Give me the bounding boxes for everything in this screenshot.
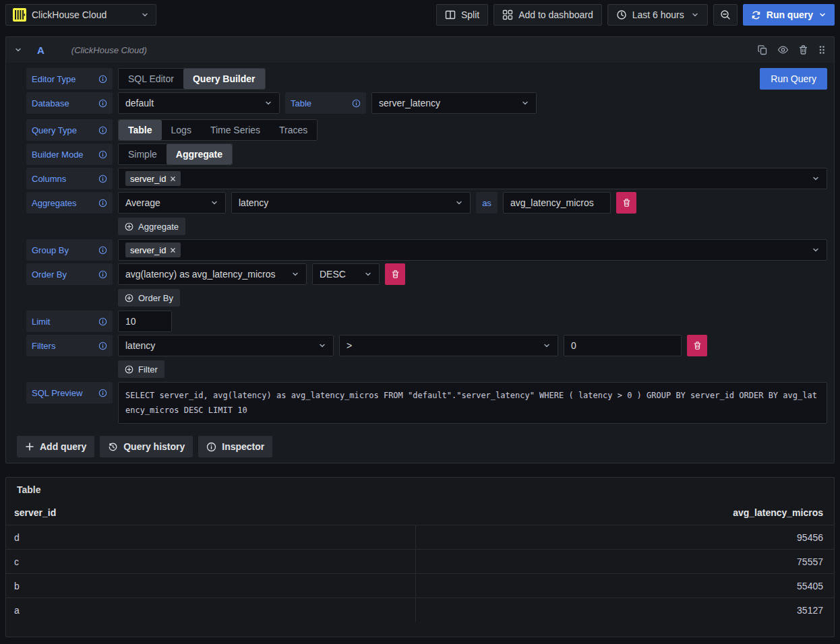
add-aggregate-button[interactable]: Aggregate: [118, 218, 185, 235]
chevron-down-icon: [291, 270, 299, 278]
info-icon: [98, 75, 107, 84]
filter-column-select[interactable]: latency: [118, 335, 334, 356]
info-icon: [98, 270, 107, 279]
info-icon: [98, 126, 107, 135]
cell-avg-latency: 95456: [416, 525, 834, 549]
limit-row: Limit: [26, 311, 827, 332]
filter-operator-select[interactable]: >: [339, 335, 558, 356]
group-by-row: Group By server_id: [26, 239, 827, 261]
drag-handle-icon[interactable]: [818, 44, 826, 55]
aggregate-function-select[interactable]: Average: [118, 192, 226, 214]
trash-icon: [693, 341, 702, 350]
field-label-sql-preview: SQL Preview: [26, 382, 113, 404]
remove-filter-button[interactable]: [687, 335, 707, 356]
chevron-down-icon: [812, 174, 820, 183]
builder-mode-option-aggregate[interactable]: Aggregate: [167, 144, 232, 164]
add-filter-button[interactable]: Filter: [118, 360, 164, 378]
panel-title[interactable]: Table: [6, 478, 834, 498]
split-button[interactable]: Split: [436, 4, 488, 26]
field-label-order-by: Order By: [26, 263, 113, 285]
info-circle-icon: [206, 442, 216, 452]
cell-avg-latency: 35127: [416, 598, 834, 622]
editor-type-option-query-builder[interactable]: Query Builder: [183, 69, 265, 89]
history-icon: [108, 442, 118, 452]
table-row: c 75557: [6, 549, 834, 573]
columns-row: Columns server_id: [26, 168, 827, 189]
order-by-direction-select[interactable]: DESC: [312, 263, 380, 285]
aggregate-alias-input[interactable]: [503, 192, 611, 214]
datasource-name: ClickHouse Cloud: [32, 9, 107, 20]
column-header-server-id[interactable]: server_id: [14, 507, 56, 518]
run-query-button[interactable]: Run query: [743, 4, 835, 26]
run-query-panel-button[interactable]: Run Query: [760, 68, 827, 90]
editor-type-option-sql-editor[interactable]: SQL Editor: [119, 69, 183, 89]
plus-circle-icon: [125, 294, 133, 302]
explore-toolbar: ClickHouse Cloud Split Add to dashboard: [0, 0, 840, 26]
query-type-option-traces[interactable]: Traces: [270, 120, 317, 140]
limit-input[interactable]: [118, 311, 172, 332]
column-header-avg-latency[interactable]: avg_latency_micros: [733, 507, 823, 518]
add-to-dashboard-label: Add to dashboard: [518, 9, 593, 20]
group-by-tag-server-id[interactable]: server_id: [125, 243, 181, 257]
group-by-multiselect[interactable]: server_id: [118, 239, 827, 261]
aggregates-row: Aggregates Average latency as: [26, 192, 827, 214]
chevron-down-icon: [455, 199, 463, 207]
field-label-columns: Columns: [26, 168, 113, 189]
info-icon: [352, 99, 361, 108]
plus-icon: [25, 442, 34, 451]
chevron-down-icon: [364, 270, 372, 278]
chevron-down-icon: [812, 246, 820, 254]
run-query-label: Run query: [767, 9, 813, 20]
sql-preview-text: SELECT server_id, avg(latency) as avg_la…: [118, 382, 827, 424]
table-row: d 95456: [6, 525, 834, 549]
remove-order-by-button[interactable]: [385, 263, 405, 285]
clickhouse-logo-icon: [13, 8, 26, 22]
split-label: Split: [461, 9, 479, 20]
query-footer-actions: Add query Query history Inspector: [11, 424, 827, 463]
field-label-table: Table: [285, 92, 366, 114]
duplicate-query-icon[interactable]: [757, 44, 768, 55]
collapse-chevron-icon[interactable]: [14, 46, 22, 54]
datasource-picker[interactable]: ClickHouse Cloud: [5, 4, 156, 26]
delete-query-icon[interactable]: [798, 44, 808, 55]
remove-tag-icon[interactable]: [170, 176, 176, 182]
query-type-toggle: Table Logs Time Series Traces: [118, 119, 318, 141]
chevron-down-icon: [543, 342, 551, 350]
add-order-by-button[interactable]: Order By: [118, 289, 180, 307]
info-icon: [98, 342, 107, 350]
zoom-out-time-button[interactable]: [713, 4, 738, 26]
dashboard-grid-icon: [502, 9, 513, 20]
cell-server-id: b: [6, 574, 416, 598]
chevron-down-icon: [318, 342, 326, 350]
columns-multiselect[interactable]: server_id: [118, 168, 827, 189]
add-to-dashboard-button[interactable]: Add to dashboard: [493, 4, 602, 26]
table-select[interactable]: server_latency: [371, 92, 537, 114]
database-select[interactable]: default: [118, 92, 280, 114]
info-icon: [98, 174, 107, 183]
query-type-option-time-series[interactable]: Time Series: [201, 120, 270, 140]
filter-value-input[interactable]: [564, 335, 682, 356]
query-row-header[interactable]: A (ClickHouse Cloud): [6, 37, 834, 63]
order-by-column-select[interactable]: avg(latency) as avg_latency_micros: [118, 263, 307, 285]
aggregate-column-select[interactable]: latency: [231, 192, 471, 214]
query-type-option-logs[interactable]: Logs: [162, 120, 201, 140]
editor-type-toggle: SQL Editor Query Builder: [118, 68, 266, 90]
add-query-button[interactable]: Add query: [17, 436, 94, 457]
info-icon: [98, 246, 107, 255]
add-order-by-row: Order By: [118, 289, 827, 307]
remove-tag-icon[interactable]: [170, 247, 176, 253]
query-history-button[interactable]: Query history: [100, 436, 193, 457]
time-range-picker[interactable]: Last 6 hours: [607, 4, 708, 26]
table-result-panel: Table server_id avg_latency_micros d 954…: [5, 477, 835, 637]
toggle-visibility-icon[interactable]: [777, 44, 789, 55]
builder-mode-option-simple[interactable]: Simple: [119, 144, 167, 164]
table-header-row: server_id avg_latency_micros: [6, 498, 834, 525]
table-row: a 35127: [6, 598, 834, 622]
inspector-button[interactable]: Inspector: [198, 436, 272, 457]
as-label: as: [476, 192, 498, 214]
chevron-down-icon: [818, 11, 827, 19]
remove-aggregate-button[interactable]: [616, 192, 636, 214]
columns-tag-server-id[interactable]: server_id: [125, 171, 181, 186]
field-label-aggregates: Aggregates: [26, 192, 113, 214]
query-type-option-table[interactable]: Table: [119, 120, 162, 140]
